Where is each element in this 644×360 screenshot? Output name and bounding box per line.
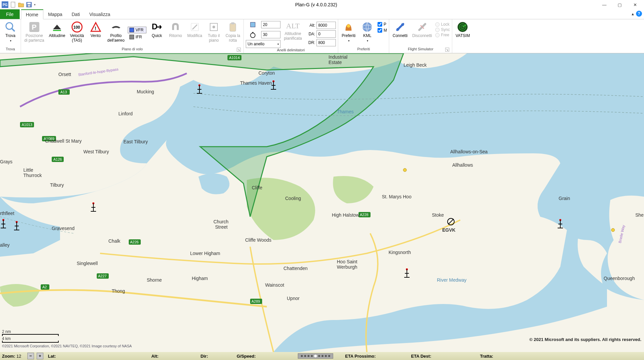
lbl-allhallows: Allhallows bbox=[452, 162, 473, 168]
magnifier-icon bbox=[5, 21, 16, 33]
collapse-ribbon-icon[interactable]: ▴ bbox=[632, 11, 634, 16]
svg-point-30 bbox=[401, 23, 404, 26]
open-folder-icon[interactable] bbox=[17, 1, 25, 8]
map-credits-right: © 2021 Microsoft and its suppliers. All … bbox=[529, 337, 641, 342]
altitudine-button[interactable]: Altitudine bbox=[47, 20, 66, 39]
lbl-thong: Thong bbox=[112, 288, 125, 294]
window-controls: — ▢ ✕ bbox=[597, 0, 643, 9]
group-label-preferiti: Preferiti bbox=[340, 47, 387, 53]
vento-button[interactable]: ! Vento bbox=[87, 20, 104, 39]
trova-label: Trova bbox=[5, 33, 15, 38]
lbl-sheer: She bbox=[635, 212, 644, 218]
connetti-button[interactable]: Connetti bbox=[391, 20, 409, 39]
group-label-piano: Piano di volo↘ bbox=[23, 47, 241, 53]
quick-button[interactable]: D Quick bbox=[148, 20, 165, 39]
lbl-singlewell: Singlewell bbox=[77, 261, 98, 266]
ifr-toggle[interactable]: IFR bbox=[128, 34, 146, 40]
checkbox-m[interactable]: M bbox=[378, 28, 387, 33]
zoom-in-button[interactable]: + bbox=[37, 353, 43, 359]
road-shield-a2: A2 bbox=[41, 284, 49, 290]
tab-dati[interactable]: Dati bbox=[67, 9, 85, 19]
new-document-icon[interactable] bbox=[9, 1, 17, 8]
lbl-hoo-st: Hoo SaintWerburgh bbox=[337, 259, 358, 270]
ring-distance-2-field[interactable] bbox=[261, 31, 280, 38]
dr-field[interactable] bbox=[316, 39, 336, 46]
lbl-east-tilbury: East Tilbury bbox=[123, 139, 148, 144]
save-icon[interactable] bbox=[25, 1, 33, 8]
piano-dialog-launcher[interactable]: ↘ bbox=[237, 48, 241, 52]
modifica-button[interactable]: Modifica bbox=[186, 20, 203, 39]
lbl-chadwell: Chadwell St Mary bbox=[45, 138, 82, 144]
ritorno-button[interactable]: Ritorno bbox=[167, 20, 184, 39]
vento-label: Vento bbox=[90, 33, 101, 38]
kml-label: KML bbox=[363, 33, 372, 38]
radio-lock[interactable]: Lock bbox=[435, 22, 450, 27]
tab-home[interactable]: Home bbox=[21, 9, 43, 19]
group-label-trova: Trova bbox=[2, 47, 19, 53]
lbl-upnor: Upnor bbox=[287, 296, 299, 301]
posizione-partenza-button[interactable]: P Posizione di partenza bbox=[23, 20, 45, 43]
svg-point-20 bbox=[212, 26, 215, 28]
fsim-dialog-launcher[interactable]: ↘ bbox=[445, 48, 449, 52]
alt-status-label: Alt: bbox=[151, 354, 159, 359]
zoom-label: Zoom: bbox=[2, 354, 15, 359]
eta-dest-label: ETA Dest: bbox=[411, 354, 432, 359]
ring-type-select[interactable]: Un anello▾ bbox=[246, 40, 280, 48]
altitudine-label: Altitudine bbox=[49, 33, 65, 38]
checkbox-p[interactable]: P bbox=[378, 22, 387, 27]
copia-rotta-button[interactable]: Copia la rotta bbox=[224, 20, 241, 43]
alt-field[interactable] bbox=[316, 22, 336, 29]
tutto-piano-button[interactable]: Tutto il piano bbox=[205, 20, 222, 43]
svg-text:100: 100 bbox=[73, 25, 80, 30]
radio-sync[interactable]: Sync bbox=[435, 27, 450, 32]
velocita-button[interactable]: 100 Velocità (TAS) bbox=[69, 20, 85, 43]
lbl-high-halstow: High Halstow bbox=[332, 212, 360, 218]
svg-text:A1013: A1013 bbox=[22, 123, 32, 127]
road-shield-a1014: A1014 bbox=[227, 55, 241, 60]
altitudine-pianificata-button[interactable]: ALT Altitudine pianificata bbox=[282, 20, 303, 41]
map-view[interactable]: Stanford-le-hope-Bypass A13 A1014 A1013 … bbox=[0, 53, 644, 352]
help-icon[interactable]: ? bbox=[636, 11, 642, 17]
disconnetti-label: Disconnetti bbox=[412, 33, 432, 38]
svg-point-24 bbox=[250, 33, 255, 38]
da-field-label: DA: bbox=[305, 32, 315, 36]
vfr-toggle[interactable]: VFR bbox=[128, 27, 146, 33]
svg-rect-23 bbox=[250, 22, 255, 27]
gspeed-label: G/Speed: bbox=[237, 354, 256, 359]
title-bar: PG ▾ Plan-G (v 4.0.0.232) — ▢ ✕ bbox=[0, 0, 644, 9]
lbl-west-tilbury: West Tilbury bbox=[83, 149, 109, 154]
ring-distance-1-field[interactable] bbox=[261, 21, 280, 28]
profilo-aereo-button[interactable]: Profilo dell'aereo bbox=[106, 20, 126, 43]
kml-button[interactable]: KML▾ bbox=[359, 20, 376, 44]
road-shield-a227: A227 bbox=[97, 273, 109, 279]
dr-field-label: DR: bbox=[305, 40, 315, 45]
lbl-stmarys: St. Marys Hoo bbox=[382, 194, 412, 199]
maximize-button[interactable]: ▢ bbox=[612, 0, 627, 9]
svg-text:P: P bbox=[32, 23, 37, 31]
ribbon-tabs: File Home Mappa Dati Visualizza ▴ ? bbox=[0, 9, 644, 19]
stopwatch-icon bbox=[249, 31, 256, 38]
pref-label: Preferiti bbox=[342, 33, 356, 38]
preferiti-button[interactable]: Preferiti▾ bbox=[340, 20, 357, 44]
lbl-egvk: EGVK bbox=[442, 227, 456, 233]
svg-point-26 bbox=[347, 24, 350, 28]
tab-file[interactable]: File bbox=[0, 9, 20, 19]
lbl-alley: alley bbox=[0, 242, 10, 248]
svg-text:A228: A228 bbox=[360, 213, 369, 217]
vatsim-button[interactable]: VATSIM bbox=[454, 20, 471, 39]
svg-rect-21 bbox=[230, 23, 236, 31]
disconnetti-button[interactable]: Disconnetti bbox=[411, 20, 433, 39]
radio-free[interactable]: Free bbox=[435, 33, 450, 37]
tab-visualizza[interactable]: Visualizza bbox=[85, 9, 115, 19]
zoom-out-button[interactable]: − bbox=[27, 353, 34, 359]
lbl-mucking: Mucking bbox=[137, 89, 154, 94]
map-scale: 2 nm 4 km bbox=[2, 329, 59, 343]
da-field[interactable] bbox=[316, 30, 336, 38]
minimize-button[interactable]: — bbox=[597, 0, 612, 9]
lbl-stoke: Stoke bbox=[432, 212, 444, 218]
close-button[interactable]: ✕ bbox=[627, 0, 643, 9]
tab-mappa[interactable]: Mappa bbox=[43, 9, 67, 19]
trova-button[interactable]: Trova▾ bbox=[2, 20, 19, 44]
svg-text:A13: A13 bbox=[60, 90, 67, 94]
svg-text:A226: A226 bbox=[130, 240, 139, 244]
